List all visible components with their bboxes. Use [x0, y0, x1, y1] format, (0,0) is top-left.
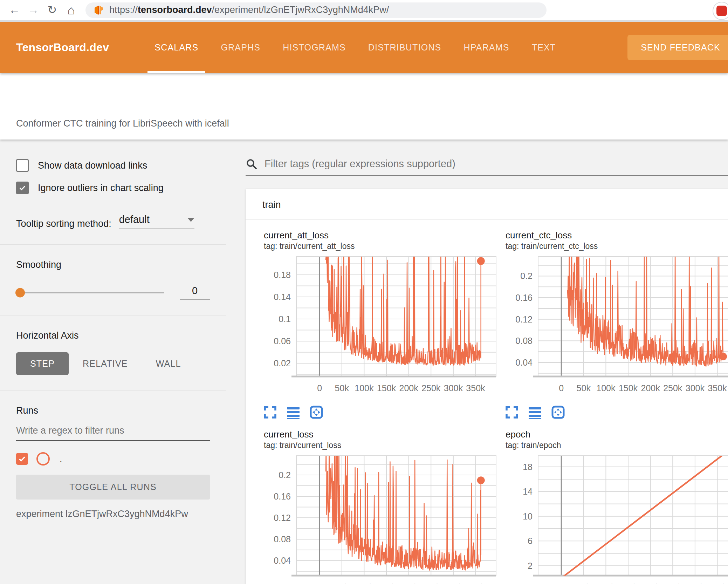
svg-text:0.2: 0.2: [279, 470, 291, 480]
tab-scalars[interactable]: SCALARS: [154, 22, 198, 73]
run-color-swatch: [36, 452, 50, 466]
svg-text:200k: 200k: [399, 383, 419, 393]
svg-text:250k: 250k: [663, 383, 682, 393]
expand-icon[interactable]: [504, 405, 520, 420]
tab-distributions[interactable]: DISTRIBUTIONS: [368, 22, 441, 73]
chart-tag: tag: train/current_att_loss: [264, 242, 493, 251]
svg-text:0.14: 0.14: [274, 292, 291, 302]
tab-graphs[interactable]: GRAPHS: [221, 22, 260, 73]
svg-text:200k: 200k: [399, 582, 419, 584]
tooltip-sorting-select[interactable]: default: [119, 214, 194, 229]
fit-domain-icon[interactable]: [309, 405, 324, 420]
svg-text:0.08: 0.08: [274, 534, 291, 544]
run-checkbox[interactable]: [16, 453, 28, 465]
svg-text:250k: 250k: [421, 582, 441, 584]
chart-epoch: epoch tag: train/epoch 26101418050k100k1…: [493, 426, 728, 584]
svg-text:0.12: 0.12: [274, 513, 291, 523]
tooltip-sorting-label: Tooltip sorting method:: [16, 218, 111, 229]
svg-text:6: 6: [528, 536, 533, 546]
chart-plot[interactable]: 0.040.080.120.160.2050k100k150k200k250k3…: [501, 253, 728, 404]
run-row: .: [16, 452, 210, 466]
tab-text[interactable]: TEXT: [532, 22, 556, 73]
caret-down-icon: [187, 218, 194, 222]
experiment-caption: experiment lzGnETjwRxC3yghNMd4kPw: [16, 509, 210, 520]
runs-regex-input[interactable]: [16, 425, 210, 441]
svg-text:0.04: 0.04: [515, 358, 533, 367]
chart-current_ctc_loss: current_ctc_loss tag: train/current_ctc_…: [493, 227, 728, 426]
reload-icon[interactable]: ↻: [43, 0, 62, 20]
smoothing-slider[interactable]: [16, 292, 164, 293]
svg-text:300k: 300k: [444, 582, 463, 584]
tab-histograms[interactable]: HISTOGRAMS: [283, 22, 346, 73]
svg-text:250k: 250k: [663, 582, 682, 584]
app-logo: TensorBoard.dev: [16, 41, 109, 54]
chart-tag: tag: train/epoch: [506, 441, 728, 450]
axis-relative-button[interactable]: RELATIVE: [69, 352, 142, 375]
tag-group-card: train current_att_loss tag: train/curren…: [246, 189, 728, 584]
chart-title: current_loss: [264, 429, 493, 440]
smoothing-label: Smoothing: [16, 259, 210, 270]
tab-hparams[interactable]: HPARAMS: [464, 22, 509, 73]
svg-text:0: 0: [559, 383, 564, 393]
home-icon[interactable]: ⌂: [62, 0, 81, 20]
show-download-links-label: Show data download links: [38, 160, 147, 171]
axis-wall-button[interactable]: WALL: [142, 352, 195, 375]
filter-tags-input[interactable]: [264, 158, 728, 170]
chart-toolbar: [262, 405, 493, 420]
svg-text:150k: 150k: [619, 582, 638, 584]
chart-tag: tag: train/current_loss: [264, 441, 493, 450]
svg-text:100k: 100k: [596, 582, 616, 584]
search-icon: [246, 158, 257, 170]
data-table-icon[interactable]: [286, 405, 301, 420]
data-table-icon[interactable]: [527, 405, 543, 420]
smoothing-slider-thumb[interactable]: [15, 288, 25, 297]
avatar[interactable]: [713, 2, 728, 20]
svg-text:0.16: 0.16: [515, 293, 533, 303]
svg-text:0.08: 0.08: [515, 336, 533, 346]
svg-text:0.16: 0.16: [274, 491, 291, 501]
experiment-title-bar: Conformer CTC training for LibriSpeech w…: [0, 73, 728, 140]
axis-step-button[interactable]: STEP: [16, 352, 69, 375]
svg-text:350k: 350k: [708, 383, 727, 393]
tag-group-header[interactable]: train: [246, 189, 728, 220]
svg-text:50k: 50k: [335, 383, 349, 393]
send-feedback-button[interactable]: SEND FEEDBACK: [627, 35, 728, 60]
svg-text:0: 0: [317, 383, 322, 393]
experiment-title: Conformer CTC training for LibriSpeech w…: [16, 118, 229, 129]
expand-icon[interactable]: [262, 405, 278, 420]
svg-text:0.12: 0.12: [515, 314, 533, 324]
svg-text:300k: 300k: [444, 383, 463, 393]
smoothing-value[interactable]: 0: [180, 285, 210, 300]
forward-icon[interactable]: →: [24, 0, 43, 20]
show-download-links-checkbox[interactable]: [16, 159, 29, 172]
chart-title: current_att_loss: [264, 230, 493, 241]
chart-tag: tag: train/current_ctc_loss: [506, 242, 728, 251]
svg-text:200k: 200k: [641, 582, 660, 584]
back-icon[interactable]: ←: [5, 0, 24, 20]
svg-text:200k: 200k: [641, 383, 660, 393]
fit-domain-icon[interactable]: [550, 405, 566, 420]
chart-toolbar: [504, 405, 728, 420]
ignore-outliers-label: Ignore outliers in chart scaling: [38, 183, 164, 193]
svg-text:250k: 250k: [421, 383, 441, 393]
toggle-all-runs-button[interactable]: TOGGLE ALL RUNS: [16, 475, 210, 500]
ignore-outliers-checkbox[interactable]: [16, 182, 29, 194]
svg-text:2: 2: [528, 561, 533, 571]
chart-current_loss: current_loss tag: train/current_loss 0.0…: [251, 426, 493, 584]
svg-text:50k: 50k: [335, 582, 349, 584]
svg-text:10: 10: [523, 511, 533, 521]
svg-text:100k: 100k: [355, 582, 374, 584]
run-name: .: [60, 454, 62, 464]
svg-text:150k: 150k: [377, 582, 396, 584]
horizontal-axis-label: Horizontal Axis: [16, 330, 210, 341]
svg-text:0.02: 0.02: [274, 358, 291, 368]
svg-text:0.1: 0.1: [279, 314, 291, 324]
chart-plot[interactable]: 0.040.080.120.160.2050k100k150k200k250k3…: [260, 452, 501, 584]
url-bar[interactable]: https://tensorboard.dev/experiment/lzGnE…: [85, 2, 547, 18]
chart-plot[interactable]: 26101418050k100k150k200k250k300k350k: [501, 452, 728, 584]
chart-plot[interactable]: 0.020.060.10.140.18050k100k150k200k250k3…: [260, 253, 501, 404]
avatar-image: [716, 6, 727, 16]
chart-title: epoch: [506, 429, 728, 440]
svg-text:14: 14: [523, 487, 533, 496]
svg-text:0: 0: [317, 582, 322, 584]
